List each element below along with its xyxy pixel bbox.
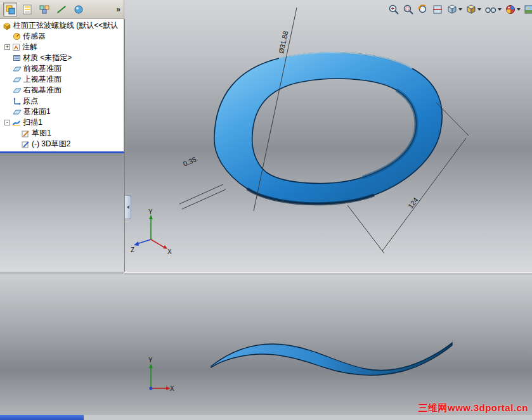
taskbar-fragment <box>0 415 84 420</box>
previous-view-icon[interactable] <box>417 3 429 16</box>
material-icon <box>13 54 21 62</box>
tree-item-right-plane[interactable]: 右视基准面 <box>0 85 124 96</box>
panel-vertical-divider[interactable] <box>124 19 125 272</box>
hide-show-items-icon[interactable] <box>484 3 502 16</box>
tree-item-annotations[interactable]: + A 注解 <box>0 42 124 53</box>
sensors-icon <box>13 32 21 41</box>
reference-triad-side: Y X <box>130 357 174 401</box>
chevron-down-icon[interactable] <box>517 8 521 11</box>
plane-icon <box>13 86 22 94</box>
tree-item-sweep1[interactable]: - 扫描1 <box>0 117 124 128</box>
sketch3d-icon <box>21 140 30 148</box>
reference-triad-iso: Y X Z <box>130 209 174 255</box>
triad-x-label: X <box>170 385 174 392</box>
wave-profile-body[interactable] <box>211 343 452 375</box>
tree-item-origin[interactable]: 原点 <box>0 96 124 106</box>
section-view-icon[interactable] <box>431 3 444 16</box>
sketch-icon <box>21 129 30 137</box>
featuremanager-tab-icon[interactable] <box>3 3 17 16</box>
model-view-side <box>0 274 532 415</box>
origin-icon <box>13 97 21 105</box>
plane-icon <box>13 65 22 73</box>
expand-plus-icon[interactable]: + <box>4 44 10 50</box>
watermark-text: 三维网www.3dportal.cn <box>418 402 528 414</box>
chevron-down-icon[interactable] <box>458 8 462 11</box>
tree-item-front-plane[interactable]: 前视基准面 <box>0 63 124 74</box>
toolbar-overflow-chevron[interactable]: » <box>116 5 120 14</box>
manager-tab-toolbar: » <box>0 0 124 19</box>
chevron-down-icon[interactable] <box>498 8 502 11</box>
wavy-ring-body[interactable] <box>214 53 442 204</box>
solidworks-window: Ø31.88 0.35 124 Y X Z <box>0 0 532 420</box>
chevron-down-icon[interactable] <box>477 8 481 11</box>
dimension-ext-124-b[interactable] <box>347 205 384 253</box>
svg-text:A: A <box>14 44 18 51</box>
triad-y-label: Y <box>148 357 153 364</box>
zoom-fit-icon[interactable] <box>387 3 400 16</box>
dimension-line-035-a[interactable] <box>179 184 223 204</box>
annotations-icon: A <box>12 43 20 51</box>
chevron-left-icon <box>127 205 129 209</box>
tree-item-sketch1[interactable]: 草图1 <box>0 128 124 139</box>
tree-item-label: 柱面正弦波螺旋线 (默认<<默认 <box>13 20 118 31</box>
viewport-bottom-pane[interactable]: Y X 三维网www.3dportal.cn <box>0 274 532 415</box>
dimension-line-035-b[interactable] <box>182 189 226 209</box>
view-orientation-icon[interactable] <box>446 3 463 16</box>
propertymanager-tab-icon[interactable] <box>20 3 34 16</box>
panel-collapse-handle[interactable] <box>125 195 131 219</box>
triad-x-label: X <box>167 248 172 255</box>
triad-y-label: Y <box>148 209 153 215</box>
displaymanager-tab-icon[interactable] <box>72 3 86 16</box>
part-icon <box>3 22 11 30</box>
featuremanager-tree-panel: 柱面正弦波螺旋线 (默认<<默认 传感器 + A 注解 材质 <未指定> <box>0 19 124 153</box>
zoom-area-icon[interactable] <box>402 3 415 16</box>
dimension-label-035[interactable]: 0.35 <box>182 155 197 168</box>
tree-item-plane1[interactable]: 基准面1 <box>0 106 124 117</box>
apply-scene-icon[interactable] <box>523 3 532 16</box>
tree-item-top-plane[interactable]: 上视基准面 <box>0 74 124 85</box>
tree-item-3dsketch2[interactable]: (-) 3D草图2 <box>0 139 124 150</box>
tree-item-part-root[interactable]: 柱面正弦波螺旋线 (默认<<默认 <box>0 20 124 31</box>
edit-appearance-icon[interactable] <box>504 3 521 16</box>
sweep-icon <box>12 118 21 127</box>
configurationmanager-tab-icon[interactable] <box>37 3 51 16</box>
plane-icon <box>13 108 22 116</box>
window-bottom-edge <box>0 415 532 420</box>
dimension-label-124[interactable]: 124 <box>406 196 420 210</box>
dimxpertmanager-tab-icon[interactable] <box>55 3 68 16</box>
tree-item-material[interactable]: 材质 <未指定> <box>0 53 124 63</box>
display-style-icon[interactable] <box>465 3 482 16</box>
collapse-minus-icon[interactable]: - <box>4 120 10 125</box>
plane-icon <box>13 75 22 84</box>
triad-z-label: Z <box>131 246 134 253</box>
tree-item-sensors[interactable]: 传感器 <box>0 31 124 42</box>
headsup-view-toolbar <box>387 3 532 16</box>
